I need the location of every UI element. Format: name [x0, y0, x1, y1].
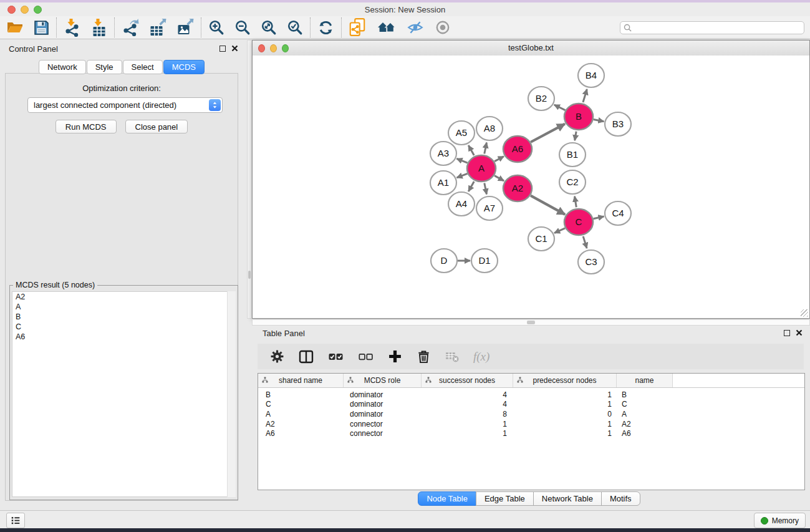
edge-A-A2[interactable] — [494, 176, 504, 181]
result-item[interactable]: C — [12, 322, 235, 332]
result-scrollbar[interactable] — [227, 291, 236, 497]
float-table-panel-icon[interactable] — [784, 330, 790, 336]
result-item[interactable]: B — [12, 312, 235, 322]
tab-network[interactable]: Network — [39, 60, 86, 74]
node-B2[interactable]: B2 — [528, 87, 554, 110]
home-view-icon[interactable] — [377, 19, 397, 36]
node-C1[interactable]: C1 — [528, 227, 554, 251]
export-network-icon[interactable] — [122, 19, 139, 36]
result-item[interactable]: A6 — [12, 332, 235, 342]
node-B4[interactable]: B4 — [578, 64, 604, 87]
hide-selected-icon[interactable] — [407, 19, 424, 36]
node-A4[interactable]: A4 — [448, 192, 475, 216]
criterion-select[interactable]: largest connected component (directed) — [27, 97, 223, 113]
column-header-predecessor-nodes[interactable]: predecessor nodes — [513, 374, 617, 387]
settings-icon[interactable] — [270, 349, 284, 364]
node-B[interactable]: B — [564, 104, 593, 130]
search-input[interactable] — [620, 21, 804, 34]
result-item[interactable]: A — [12, 302, 235, 312]
node-D1[interactable]: D1 — [471, 249, 498, 273]
node-B3[interactable]: B3 — [605, 112, 631, 136]
delete-columns-icon[interactable] — [417, 349, 431, 364]
network-window-titlebar[interactable]: testGlobe.txt — [253, 41, 809, 56]
tab-mcds[interactable]: MCDS — [163, 60, 205, 74]
network-from-selection-icon[interactable] — [349, 18, 367, 37]
edge-B-B1[interactable] — [575, 132, 576, 141]
node-A1[interactable]: A1 — [430, 171, 456, 195]
edge-C-C1[interactable] — [554, 228, 565, 233]
edge-A-A8[interactable] — [485, 143, 487, 154]
edge-A6-B[interactable] — [531, 124, 565, 142]
close-panel-icon[interactable] — [231, 45, 238, 52]
tab-select[interactable]: Select — [123, 60, 163, 74]
table-row[interactable]: Bdominator41B — [258, 390, 804, 400]
edge-A-A5[interactable] — [468, 145, 474, 155]
memory-button[interactable]: Memory — [754, 513, 806, 528]
node-A7[interactable]: A7 — [476, 196, 503, 220]
tab-network-table[interactable]: Network Table — [533, 491, 602, 506]
zoom-fit-icon[interactable] — [261, 19, 277, 36]
run-mcds-button[interactable]: Run MCDS — [55, 120, 117, 133]
table-row[interactable]: A6connector11A6 — [258, 428, 804, 438]
edge-A2-C[interactable] — [531, 196, 565, 215]
edge-A-A3[interactable] — [456, 158, 467, 163]
toggle-column-view-icon[interactable] — [299, 350, 314, 364]
node-C3[interactable]: C3 — [578, 250, 604, 274]
node-C[interactable]: C — [564, 209, 593, 235]
node-B1[interactable]: B1 — [559, 143, 586, 167]
table-row[interactable]: Cdominator41C — [258, 400, 804, 410]
deselect-all-icon[interactable] — [358, 350, 374, 364]
node-A2[interactable]: A2 — [503, 175, 532, 201]
result-item[interactable]: A2 — [12, 292, 235, 302]
column-header-mcds-role[interactable]: MCDS role — [344, 374, 422, 387]
network-horizontal-scrollbar[interactable] — [252, 319, 810, 326]
delete-table-icon[interactable] — [445, 351, 459, 362]
node-C4[interactable]: C4 — [605, 201, 631, 225]
tab-motifs[interactable]: Motifs — [601, 491, 640, 506]
node-A[interactable]: A — [467, 155, 496, 181]
window-resize-grip[interactable] — [801, 309, 808, 317]
node-D[interactable]: D — [431, 249, 457, 273]
network-vertical-scrollbar[interactable] — [247, 40, 252, 319]
node-A3[interactable]: A3 — [430, 142, 456, 165]
mcds-result-list[interactable]: A2ABCA6 — [12, 291, 236, 497]
close-panel-button[interactable]: Close panel — [125, 120, 188, 133]
close-table-panel-icon[interactable] — [796, 329, 803, 336]
export-table-icon[interactable] — [149, 19, 166, 36]
node-A6[interactable]: A6 — [503, 136, 532, 162]
refresh-layout-icon[interactable] — [317, 19, 334, 36]
export-image-icon[interactable] — [176, 19, 194, 36]
edge-C-C2[interactable] — [575, 196, 577, 208]
node-A8[interactable]: A8 — [476, 117, 503, 140]
column-header-successor-nodes[interactable]: successor nodes — [422, 374, 513, 387]
tab-edge-table[interactable]: Edge Table — [476, 491, 534, 506]
task-history-button[interactable] — [6, 513, 25, 528]
edge-A-A1[interactable] — [457, 173, 468, 177]
edge-A-A6[interactable] — [494, 157, 504, 162]
node-C2[interactable]: C2 — [559, 170, 586, 194]
node-A5[interactable]: A5 — [448, 121, 475, 145]
table-row[interactable]: Adominator80A — [258, 409, 804, 419]
open-session-icon[interactable] — [6, 20, 24, 35]
add-column-icon[interactable] — [388, 349, 402, 364]
save-session-icon[interactable] — [34, 20, 49, 36]
edge-A-A4[interactable] — [468, 181, 474, 191]
zoom-out-icon[interactable] — [234, 19, 251, 36]
tab-node-table[interactable]: Node Table — [418, 491, 476, 506]
zoom-selected-icon[interactable] — [287, 19, 303, 36]
float-panel-icon[interactable] — [219, 46, 226, 52]
edge-C-C4[interactable] — [593, 216, 604, 219]
import-network-icon[interactable] — [64, 19, 80, 37]
table-row[interactable]: A2connector11A2 — [258, 419, 804, 429]
edge-A-A7[interactable] — [485, 183, 487, 195]
column-header-shared-name[interactable]: shared name — [258, 374, 344, 387]
zoom-in-icon[interactable] — [208, 19, 224, 36]
import-table-icon[interactable] — [90, 19, 107, 37]
show-hidden-icon[interactable] — [434, 19, 451, 36]
edge-C-C3[interactable] — [583, 236, 587, 248]
select-all-icon[interactable] — [328, 350, 344, 364]
network-canvas[interactable]: B4B2BB3B1A5A8A6A3AA1A2A4A7C2C4CC1C3DD1 — [253, 56, 809, 318]
edge-B-B3[interactable] — [594, 119, 604, 121]
apply-function-icon[interactable]: f(x) — [473, 350, 489, 364]
column-header-name[interactable]: name — [617, 374, 673, 387]
